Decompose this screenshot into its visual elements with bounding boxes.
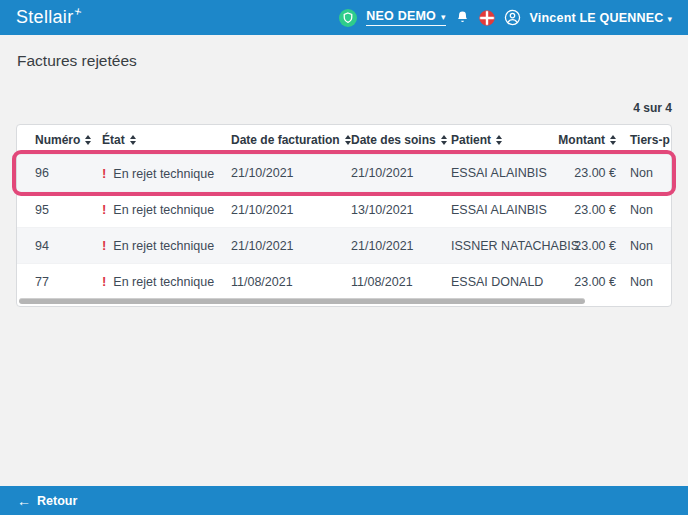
page-title: Factures rejetées — [17, 52, 672, 70]
cell-date-facturation: 21/10/2021 — [231, 203, 351, 217]
column-label: Montant — [558, 133, 605, 147]
column-header-patient[interactable]: Patient — [451, 133, 566, 147]
error-exclamation-icon: ! — [102, 166, 106, 181]
chevron-down-icon: ▾ — [441, 12, 446, 22]
cell-date-facturation: 21/10/2021 — [231, 166, 351, 180]
cell-patient: ESSAI ALAINBIS — [451, 166, 566, 180]
cell-montant: 23.00 € — [566, 239, 616, 253]
cell-etat: !En rejet technique — [102, 202, 231, 217]
status-text: En rejet technique — [113, 239, 214, 253]
cell-date-facturation: 21/10/2021 — [231, 239, 351, 253]
cell-tiers-payant: Non — [616, 275, 671, 289]
cell-numero: 96 — [17, 166, 102, 180]
sort-icon[interactable] — [496, 135, 502, 145]
column-label: Date de facturation — [231, 133, 340, 147]
page-content: Factures rejetées 4 sur 4 Numéro État Da… — [0, 52, 688, 307]
rejected-invoices-table: Numéro État Date de facturation Date des… — [16, 124, 672, 307]
column-header-numero[interactable]: Numéro — [17, 133, 102, 147]
column-label: Patient — [451, 133, 491, 147]
scrollbar-thumb[interactable] — [19, 298, 585, 304]
status-text: En rejet technique — [113, 275, 214, 289]
app-logo[interactable]: Stellair+ — [16, 7, 81, 28]
column-header-tiers-payant[interactable]: Tiers-p — [616, 133, 671, 147]
cell-patient: ESSAI ALAINBIS — [451, 203, 566, 217]
cell-numero: 94 — [17, 239, 102, 253]
column-label: État — [102, 133, 125, 147]
arrow-left-icon: ← — [17, 493, 31, 509]
cell-numero: 95 — [17, 203, 102, 217]
status-text: En rejet technique — [113, 167, 214, 181]
table-header-row: Numéro État Date de facturation Date des… — [17, 125, 671, 155]
sort-icon[interactable] — [345, 135, 351, 145]
bell-icon[interactable] — [455, 10, 470, 25]
sort-icon[interactable] — [441, 135, 447, 145]
cell-montant: 23.00 € — [566, 203, 616, 217]
cell-date-soins: 11/08/2021 — [351, 275, 451, 289]
column-header-date-facturation[interactable]: Date de facturation — [231, 133, 351, 147]
cell-tiers-payant: Non — [616, 239, 671, 253]
status-text: En rejet technique — [113, 203, 214, 217]
cell-tiers-payant: Non — [616, 203, 671, 217]
table-row[interactable]: 77 !En rejet technique 11/08/2021 11/08/… — [17, 263, 671, 299]
column-label: Numéro — [35, 133, 80, 147]
shield-icon — [339, 9, 357, 27]
column-header-date-soins[interactable]: Date des soins — [351, 133, 451, 147]
help-icon[interactable] — [479, 10, 495, 26]
cell-etat: !En rejet technique — [102, 166, 231, 181]
cell-date-soins: 13/10/2021 — [351, 203, 451, 217]
table-body: 96 !En rejet technique 21/10/2021 21/10/… — [17, 155, 671, 299]
back-button[interactable]: ← Retour — [17, 493, 77, 509]
user-name: Vincent LE QUENNEC — [530, 11, 664, 25]
horizontal-scrollbar[interactable] — [19, 298, 669, 305]
error-exclamation-icon: ! — [102, 202, 106, 217]
logo-star-icon: + — [73, 3, 84, 19]
header-actions: NEO DEMO▾ Vincent LE QUENNEC▾ — [339, 9, 672, 27]
cell-numero: 77 — [17, 275, 102, 289]
app-logo-text: Stellair — [16, 7, 73, 27]
cell-montant: 23.00 € — [566, 166, 616, 180]
column-header-etat[interactable]: État — [102, 133, 231, 147]
workspace-selector[interactable]: NEO DEMO▾ — [366, 9, 445, 26]
cell-date-soins: 21/10/2021 — [351, 239, 451, 253]
cell-tiers-payant: Non — [616, 166, 671, 180]
footer-bar: ← Retour — [0, 486, 688, 515]
table-row[interactable]: 95 !En rejet technique 21/10/2021 13/10/… — [17, 191, 671, 227]
column-label: Date des soins — [351, 133, 436, 147]
column-header-montant[interactable]: Montant — [566, 133, 616, 147]
cell-date-facturation: 11/08/2021 — [231, 275, 351, 289]
app-header: Stellair+ NEO DEMO▾ Vincent LE QUENNEC▾ — [0, 0, 688, 35]
chevron-down-icon: ▾ — [667, 14, 672, 24]
result-count: 4 sur 4 — [16, 101, 672, 115]
cell-date-soins: 21/10/2021 — [351, 166, 451, 180]
column-label: Tiers-p — [630, 133, 670, 147]
error-exclamation-icon: ! — [102, 238, 106, 253]
error-exclamation-icon: ! — [102, 274, 106, 289]
cell-montant: 23.00 € — [566, 275, 616, 289]
back-label: Retour — [37, 494, 77, 508]
cell-patient: ESSAI DONALD — [451, 275, 566, 289]
cell-etat: !En rejet technique — [102, 274, 231, 289]
cell-etat: !En rejet technique — [102, 238, 231, 253]
avatar-icon[interactable] — [504, 9, 521, 26]
table-row[interactable]: 94 !En rejet technique 21/10/2021 21/10/… — [17, 227, 671, 263]
cell-patient: ISSNER NATACHABIS — [451, 239, 566, 253]
sort-icon[interactable] — [130, 135, 136, 145]
user-menu[interactable]: Vincent LE QUENNEC▾ — [530, 11, 672, 25]
workspace-label: NEO DEMO — [366, 9, 436, 23]
table-row[interactable]: 96 !En rejet technique 21/10/2021 21/10/… — [17, 155, 671, 191]
sort-icon[interactable] — [85, 135, 91, 145]
